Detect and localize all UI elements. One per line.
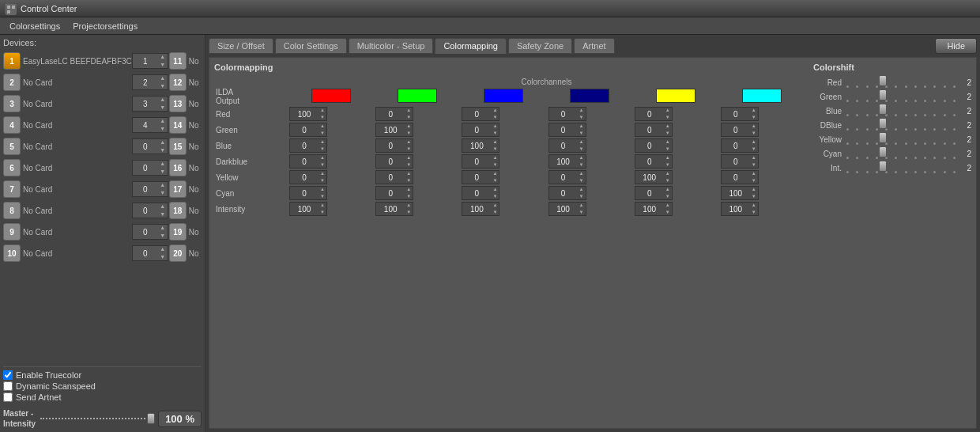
cm-spinner-0-3[interactable]: ▲ ▼ <box>548 107 586 121</box>
cm-spinner-arrows-0-2[interactable]: ▲ ▼ <box>491 107 499 121</box>
cm-spinner-arrows-4-5[interactable]: ▲ ▼ <box>750 170 758 184</box>
cs-thumb-3[interactable] <box>879 118 887 129</box>
cs-thumb-row-3[interactable] <box>845 119 957 127</box>
cm-spinner-val-6-0[interactable] <box>290 205 318 214</box>
cm-spinner-2-0[interactable]: ▲ ▼ <box>289 138 327 153</box>
device-row-r19[interactable]: 19 No Card ▲ ▼ <box>169 222 202 242</box>
cm-spinner-4-4[interactable]: ▲ ▼ <box>635 170 673 184</box>
device-spinner-val-6[interactable] <box>133 164 158 172</box>
device-spinner-arrows-1[interactable]: ▲ ▼ <box>158 53 168 69</box>
cm-spinner-val-6-1[interactable] <box>376 205 405 214</box>
cm-spinner-val-4-3[interactable] <box>549 173 578 182</box>
cm-spinner-arrows-5-5[interactable]: ▲ ▼ <box>750 186 758 200</box>
cm-spinner-val-5-4[interactable] <box>635 189 664 198</box>
device-row-9[interactable]: 9 No Card ▲ ▼ <box>3 222 168 242</box>
hide-button[interactable]: Hide <box>935 38 977 54</box>
cs-slider-5[interactable] <box>845 148 957 159</box>
checkbox-1[interactable] <box>3 381 13 391</box>
device-row-r17[interactable]: 17 No Card ▲ ▼ <box>169 179 202 199</box>
device-spinner-arrows-5[interactable]: ▲ ▼ <box>158 138 168 154</box>
cm-spinner-arrows-3-4[interactable]: ▲ ▼ <box>664 154 672 169</box>
cm-spinner-1-1[interactable]: ▲ ▼ <box>375 123 413 137</box>
cm-spinner-val-4-2[interactable] <box>462 173 491 182</box>
cm-spinner-4-2[interactable]: ▲ ▼ <box>462 170 499 184</box>
cs-thumb-0[interactable] <box>879 75 887 86</box>
cm-spinner-arrows-5-0[interactable]: ▲ ▼ <box>318 186 326 200</box>
device-spinner-val-2[interactable] <box>133 78 158 87</box>
cm-spinner-6-5[interactable]: ▲ ▼ <box>721 202 759 216</box>
cm-spinner-6-3[interactable]: ▲ ▼ <box>548 202 586 216</box>
cm-spinner-val-3-0[interactable] <box>290 157 318 166</box>
cm-spinner-arrows-4-0[interactable]: ▲ ▼ <box>318 170 326 184</box>
device-row-7[interactable]: 7 No Card ▲ ▼ <box>3 179 168 199</box>
cm-spinner-arrows-1-5[interactable]: ▲ ▼ <box>750 123 758 137</box>
cm-spinner-val-4-5[interactable] <box>722 173 750 182</box>
master-thumb[interactable] <box>147 413 155 424</box>
cm-spinner-0-4[interactable]: ▲ ▼ <box>635 107 673 121</box>
device-row-r20[interactable]: 20 No Card ▲ ▼ <box>169 243 202 263</box>
cm-spinner-arrows-2-5[interactable]: ▲ ▼ <box>750 138 758 153</box>
device-row-5[interactable]: 5 No Card ▲ ▼ <box>3 136 168 157</box>
cm-spinner-1-0[interactable]: ▲ ▼ <box>289 123 327 137</box>
cm-spinner-arrows-4-1[interactable]: ▲ ▼ <box>405 170 413 184</box>
cm-spinner-arrows-0-1[interactable]: ▲ ▼ <box>405 107 413 121</box>
cm-spinner-3-5[interactable]: ▲ ▼ <box>721 154 759 169</box>
cm-spinner-4-3[interactable]: ▲ ▼ <box>548 170 586 184</box>
cm-spinner-2-1[interactable]: ▲ ▼ <box>375 138 413 153</box>
device-spinner-val-9[interactable] <box>133 228 158 237</box>
cm-spinner-val-5-5[interactable] <box>722 189 750 198</box>
tab-size-/-offset[interactable]: Size / Offset <box>209 38 273 54</box>
cm-spinner-1-4[interactable]: ▲ ▼ <box>635 123 673 137</box>
device-spinner-7[interactable]: ▲ ▼ <box>132 181 168 197</box>
device-row-r12[interactable]: 12 No Card ▲ ▼ <box>169 72 202 93</box>
device-spinner-val-8[interactable] <box>133 207 158 215</box>
checkbox-row-1[interactable]: Dynamic Scanspeed <box>3 381 202 391</box>
cm-spinner-3-1[interactable]: ▲ ▼ <box>375 154 413 169</box>
cm-spinner-arrows-1-2[interactable]: ▲ ▼ <box>491 123 499 137</box>
cm-spinner-4-0[interactable]: ▲ ▼ <box>289 170 327 184</box>
cs-thumb-row-5[interactable] <box>845 148 957 156</box>
tab-artnet[interactable]: Artnet <box>574 38 614 54</box>
device-row-6[interactable]: 6 No Card ▲ ▼ <box>3 157 168 178</box>
cm-spinner-3-0[interactable]: ▲ ▼ <box>289 154 327 169</box>
cm-spinner-arrows-2-0[interactable]: ▲ ▼ <box>318 138 326 153</box>
cm-spinner-val-2-2[interactable] <box>462 142 491 150</box>
cm-spinner-val-5-3[interactable] <box>549 189 578 198</box>
cm-spinner-val-3-1[interactable] <box>376 157 405 166</box>
device-row-10[interactable]: 10 No Card ▲ ▼ <box>3 243 168 263</box>
device-spinner-arrows-2[interactable]: ▲ ▼ <box>158 74 168 90</box>
cm-spinner-4-5[interactable]: ▲ ▼ <box>721 170 759 184</box>
cm-spinner-2-3[interactable]: ▲ ▼ <box>548 138 586 153</box>
cm-spinner-arrows-0-4[interactable]: ▲ ▼ <box>664 107 672 121</box>
cm-spinner-5-1[interactable]: ▲ ▼ <box>375 186 413 200</box>
cm-spinner-val-3-2[interactable] <box>462 157 491 166</box>
cm-spinner-arrows-6-0[interactable]: ▲ ▼ <box>318 202 326 216</box>
cm-spinner-val-2-3[interactable] <box>549 142 578 150</box>
cs-slider-6[interactable] <box>845 162 957 173</box>
cm-spinner-arrows-5-3[interactable]: ▲ ▼ <box>578 186 586 200</box>
cm-spinner-arrows-4-3[interactable]: ▲ ▼ <box>578 170 586 184</box>
cs-thumb-row-6[interactable] <box>845 162 957 170</box>
device-row-r16[interactable]: 16 No Card ▲ ▼ <box>169 157 202 178</box>
cm-spinner-arrows-2-4[interactable]: ▲ ▼ <box>664 138 672 153</box>
cs-thumb-row-0[interactable] <box>845 77 957 85</box>
tab-color-settings[interactable]: Color Settings <box>275 38 347 54</box>
cm-spinner-6-2[interactable]: ▲ ▼ <box>462 202 499 216</box>
cm-spinner-0-1[interactable]: ▲ ▼ <box>375 107 413 121</box>
cs-thumb-1[interactable] <box>879 89 887 100</box>
checkbox-0[interactable] <box>3 370 13 380</box>
device-spinner-arrows-10[interactable]: ▲ ▼ <box>158 245 168 261</box>
cs-thumb-row-1[interactable] <box>845 91 957 99</box>
cm-spinner-arrows-6-3[interactable]: ▲ ▼ <box>578 202 586 216</box>
cm-spinner-val-0-4[interactable] <box>635 110 664 119</box>
cm-spinner-1-2[interactable]: ▲ ▼ <box>462 123 499 137</box>
cs-slider-0[interactable] <box>845 77 957 88</box>
device-spinner-3[interactable]: ▲ ▼ <box>132 96 168 112</box>
device-spinner-arrows-9[interactable]: ▲ ▼ <box>158 224 168 240</box>
device-spinner-val-1[interactable] <box>133 57 158 66</box>
device-spinner-val-10[interactable] <box>133 249 158 258</box>
cm-spinner-val-4-1[interactable] <box>376 173 405 182</box>
device-spinner-arrows-6[interactable]: ▲ ▼ <box>158 160 168 176</box>
cm-spinner-arrows-3-1[interactable]: ▲ ▼ <box>405 154 413 169</box>
cm-spinner-val-5-1[interactable] <box>376 189 405 198</box>
